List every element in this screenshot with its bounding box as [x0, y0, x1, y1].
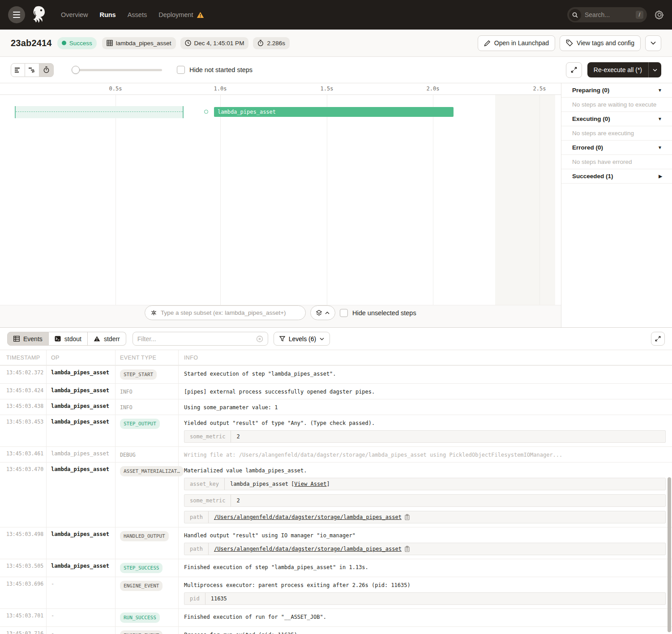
log-filter-input[interactable]	[137, 335, 256, 343]
sidebar-section-header[interactable]: Errored (0)▼	[561, 141, 672, 155]
event-log-row[interactable]: 13:45:03.453lambda_pipes_assetSTEP_OUTPU…	[0, 415, 672, 447]
event-log-row[interactable]: 13:45:03.470lambda_pipes_assetASSET_MATE…	[0, 463, 672, 527]
view-tags-config-button[interactable]: View tags and config	[560, 35, 641, 51]
zoom-slider-knob[interactable]	[72, 66, 80, 74]
events-panel: Events stdout stderr Levels (6) TIMESTAM…	[0, 327, 672, 634]
event-info: Started execution of step "lambda_pipes_…	[179, 366, 672, 383]
event-type-cell: ENGINE_EVENT	[116, 577, 179, 608]
gantt-view-mode-group	[11, 63, 54, 77]
gantt-step-bar[interactable]: lambda_pipes_asset	[214, 107, 454, 117]
events-fullscreen-button[interactable]	[651, 332, 665, 346]
event-op: lambda_pipes_asset	[47, 399, 116, 415]
event-log-row[interactable]: 13:45:03.424lambda_pipes_assetINFO[pipes…	[0, 384, 672, 399]
nav-link-assets[interactable]: Assets	[128, 11, 147, 18]
metadata-key: some_metric	[184, 495, 231, 506]
metadata-asset-link[interactable]: [View Asset]	[291, 481, 330, 487]
clear-filter-icon[interactable]	[256, 335, 263, 343]
open-in-launchpad-button[interactable]: Open in Launchpad	[478, 35, 555, 51]
hamburger-menu-icon[interactable]	[8, 6, 25, 23]
flat-view-button[interactable]	[11, 63, 25, 77]
tab-events[interactable]: Events	[7, 332, 49, 346]
event-info: Using some_parameter value: 1	[179, 399, 672, 415]
event-op: lambda_pipes_asset	[47, 384, 116, 399]
hide-unselected-checkbox[interactable]: Hide unselected steps	[340, 309, 416, 317]
graph-options-button[interactable]	[310, 305, 335, 320]
sidebar-section-header[interactable]: Executing (0)▼	[561, 112, 672, 126]
run-header: 23ab2414 Success lambda_pipes_assetDec 4…	[0, 30, 672, 57]
event-log-row[interactable]: 13:45:03.701-RUN_SUCCESSFinished executi…	[0, 609, 672, 627]
event-log-row[interactable]: 13:45:03.498lambda_pipes_assetHANDLED_OU…	[0, 527, 672, 559]
event-log-row[interactable]: 13:45:03.438lambda_pipes_assetINFOUsing …	[0, 399, 672, 415]
metadata-value-link[interactable]: /Users/alangenfeld/data/dagster/storage/…	[214, 546, 402, 552]
timed-view-button[interactable]	[39, 63, 54, 77]
event-timestamp: 13:45:02.372	[0, 366, 47, 383]
event-type-cell: STEP_START	[116, 366, 179, 383]
top-nav: OverviewRunsAssetsDeployment Search... /	[0, 0, 672, 30]
waterfall-view-button[interactable]	[25, 63, 39, 77]
gear-icon[interactable]	[655, 10, 664, 19]
view-asset-link[interactable]: View Asset	[294, 481, 326, 487]
zoom-slider[interactable]	[73, 69, 162, 71]
event-timestamp: 13:45:03.701	[0, 609, 47, 626]
event-log-row[interactable]: 13:45:03.716-ENGINE_EVENTProcess for run…	[0, 627, 672, 634]
col-info: INFO	[179, 350, 672, 365]
status-dot-icon	[62, 41, 66, 45]
nav-link-deployment[interactable]: Deployment	[158, 11, 204, 18]
deployment-warning-icon	[197, 12, 204, 18]
events-scrollbar[interactable]	[668, 477, 671, 632]
copy-icon[interactable]	[404, 514, 410, 520]
checkbox-icon[interactable]	[340, 309, 348, 317]
log-tabs: Events stdout stderr	[7, 332, 126, 346]
event-log-row[interactable]: 13:45:02.372lambda_pipes_assetSTEP_START…	[0, 366, 672, 384]
step-subset-input[interactable]	[161, 309, 300, 316]
event-type-cell: STEP_OUTPUT	[116, 415, 179, 446]
chevron-down-icon[interactable]: ▼	[658, 145, 662, 150]
tab-stdout[interactable]: stdout	[49, 332, 88, 346]
run-tag[interactable]: lambda_pipes_asset	[102, 37, 176, 49]
gantt-fullscreen-button[interactable]	[566, 62, 582, 78]
run-tag[interactable]: 2.286s	[253, 37, 290, 49]
hide-not-started-checkbox[interactable]: Hide not started steps	[177, 66, 253, 74]
run-header-more-button[interactable]	[645, 35, 661, 51]
table-icon	[13, 336, 20, 342]
tab-stderr[interactable]: stderr	[88, 332, 126, 346]
metadata-value-link[interactable]: /Users/alangenfeld/data/dagster/storage/…	[214, 514, 402, 520]
nav-link-overview[interactable]: Overview	[61, 11, 88, 18]
copy-icon[interactable]	[404, 546, 410, 552]
run-tag-label: Dec 4, 1:45:01 PM	[194, 40, 244, 47]
sidebar-section-header[interactable]: Succeeded (1)▶	[561, 169, 672, 184]
axis-tick: 0.5s	[109, 86, 122, 92]
col-event-type: EVENT TYPE	[116, 350, 179, 365]
event-op: -	[47, 627, 116, 634]
reexecute-dropdown-button[interactable]	[649, 69, 661, 72]
event-log-row[interactable]: 13:45:03.696-ENGINE_EVENTMultiprocess ex…	[0, 577, 672, 609]
metadata-key: some_metric	[184, 431, 231, 442]
stopwatch-icon	[257, 40, 264, 47]
event-timestamp: 13:45:03.696	[0, 577, 47, 608]
sidebar-section-message: No steps are waiting to execute	[561, 98, 672, 112]
nav-link-runs[interactable]: Runs	[99, 11, 116, 18]
chevron-right-icon[interactable]: ▶	[659, 174, 662, 179]
checkbox-icon[interactable]	[177, 66, 185, 74]
funnel-icon	[279, 336, 285, 342]
event-info: Materialized value lambda_pipes_asset.as…	[179, 463, 672, 527]
chevron-down-icon[interactable]: ▼	[658, 88, 662, 93]
event-log-row[interactable]: 13:45:03.505lambda_pipes_assetSTEP_SUCCE…	[0, 559, 672, 577]
dagster-logo-icon[interactable]	[30, 5, 48, 25]
run-tag[interactable]: Dec 4, 1:45:01 PM	[180, 37, 249, 49]
chevron-down-icon[interactable]: ▼	[658, 116, 662, 121]
event-log-row[interactable]: 13:45:03.461lambda_pipes_assetDEBUGWriti…	[0, 447, 672, 463]
step-start-marker-icon	[204, 110, 208, 114]
event-info-text: Materialized value lambda_pipes_asset.	[184, 467, 666, 474]
event-type-cell: DEBUG	[116, 447, 179, 462]
search-input[interactable]: Search... /	[567, 7, 647, 22]
metadata-value: 2	[231, 431, 245, 442]
event-metadata-entry: path/Users/alangenfeld/data/dagster/stor…	[184, 511, 666, 523]
levels-filter-button[interactable]: Levels (6)	[274, 332, 330, 346]
sidebar-section-header[interactable]: Preparing (0)▼	[561, 83, 672, 98]
expand-icon	[655, 335, 661, 342]
event-info-text: Writing file at: /Users/alangenfeld/data…	[184, 452, 666, 458]
metadata-value-text: 11635	[211, 595, 227, 602]
run-tag-label: lambda_pipes_asset	[116, 40, 171, 47]
reexecute-all-button[interactable]: Re-execute all (*)	[587, 62, 661, 77]
